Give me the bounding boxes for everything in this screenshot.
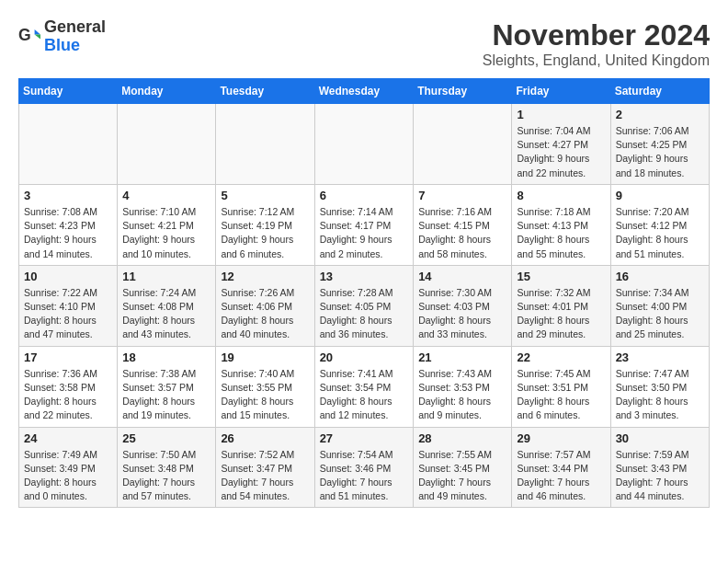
day-info: Sunrise: 7:41 AM Sunset: 3:54 PM Dayligh…: [320, 367, 409, 423]
day-number: 19: [221, 350, 309, 364]
calendar-cell: [314, 104, 414, 185]
day-number: 26: [221, 431, 309, 445]
calendar-cell: 22Sunrise: 7:45 AM Sunset: 3:51 PM Dayli…: [512, 346, 610, 427]
day-number: 25: [122, 431, 210, 445]
day-number: 4: [122, 189, 210, 202]
day-number: 9: [616, 189, 704, 202]
day-number: 21: [418, 350, 506, 364]
calendar-cell: [118, 104, 216, 185]
calendar-cell: 1Sunrise: 7:04 AM Sunset: 4:27 PM Daylig…: [512, 104, 610, 185]
day-number: 16: [616, 270, 704, 283]
day-info: Sunrise: 7:04 AM Sunset: 4:27 PM Dayligh…: [517, 124, 605, 180]
day-number: 6: [320, 189, 409, 202]
calendar-cell: 19Sunrise: 7:40 AM Sunset: 3:55 PM Dayli…: [216, 346, 314, 427]
calendar-cell: [414, 104, 512, 185]
weekday-header-tuesday: Tuesday: [216, 79, 314, 104]
day-number: 29: [517, 431, 605, 445]
day-info: Sunrise: 7:59 AM Sunset: 3:43 PM Dayligh…: [616, 448, 704, 504]
calendar-table: SundayMondayTuesdayWednesdayThursdayFrid…: [18, 78, 710, 508]
weekday-header-monday: Monday: [118, 79, 216, 104]
weekday-header-saturday: Saturday: [610, 79, 709, 104]
calendar-cell: 29Sunrise: 7:57 AM Sunset: 3:44 PM Dayli…: [512, 427, 610, 508]
calendar-cell: 17Sunrise: 7:36 AM Sunset: 3:58 PM Dayli…: [19, 346, 118, 427]
calendar-week-row: 3Sunrise: 7:08 AM Sunset: 4:23 PM Daylig…: [19, 184, 710, 265]
day-info: Sunrise: 7:20 AM Sunset: 4:12 PM Dayligh…: [616, 205, 704, 261]
day-info: Sunrise: 7:12 AM Sunset: 4:19 PM Dayligh…: [221, 205, 309, 261]
day-number: 7: [418, 189, 506, 202]
page-header: G General Blue November 2024 Sleights, E…: [18, 18, 710, 69]
day-info: Sunrise: 7:43 AM Sunset: 3:53 PM Dayligh…: [418, 367, 506, 423]
day-number: 12: [221, 270, 309, 283]
day-number: 1: [517, 108, 605, 121]
day-number: 2: [616, 108, 704, 121]
day-number: 20: [320, 350, 409, 364]
day-info: Sunrise: 7:38 AM Sunset: 3:57 PM Dayligh…: [122, 367, 210, 423]
day-number: 17: [24, 350, 112, 364]
day-number: 3: [24, 189, 112, 202]
day-info: Sunrise: 7:32 AM Sunset: 4:01 PM Dayligh…: [517, 286, 605, 342]
day-info: Sunrise: 7:40 AM Sunset: 3:55 PM Dayligh…: [221, 367, 309, 423]
calendar-cell: 12Sunrise: 7:26 AM Sunset: 4:06 PM Dayli…: [216, 265, 314, 346]
day-info: Sunrise: 7:14 AM Sunset: 4:17 PM Dayligh…: [320, 205, 409, 261]
calendar-cell: 25Sunrise: 7:50 AM Sunset: 3:48 PM Dayli…: [118, 427, 216, 508]
calendar-cell: 26Sunrise: 7:52 AM Sunset: 3:47 PM Dayli…: [216, 427, 314, 508]
calendar-cell: 27Sunrise: 7:54 AM Sunset: 3:46 PM Dayli…: [314, 427, 414, 508]
day-number: 22: [517, 350, 605, 364]
calendar-cell: 4Sunrise: 7:10 AM Sunset: 4:21 PM Daylig…: [118, 184, 216, 265]
day-info: Sunrise: 7:06 AM Sunset: 4:25 PM Dayligh…: [616, 124, 704, 180]
logo-general: General: [44, 18, 106, 37]
day-info: Sunrise: 7:50 AM Sunset: 3:48 PM Dayligh…: [122, 448, 210, 504]
day-number: 5: [221, 189, 309, 202]
calendar-cell: 14Sunrise: 7:30 AM Sunset: 4:03 PM Dayli…: [414, 265, 512, 346]
calendar-cell: 13Sunrise: 7:28 AM Sunset: 4:05 PM Dayli…: [314, 265, 414, 346]
calendar-week-row: 10Sunrise: 7:22 AM Sunset: 4:10 PM Dayli…: [19, 265, 710, 346]
svg-text:G: G: [18, 26, 31, 44]
day-number: 8: [517, 189, 605, 202]
day-info: Sunrise: 7:57 AM Sunset: 3:44 PM Dayligh…: [517, 448, 605, 504]
weekday-header-thursday: Thursday: [414, 79, 512, 104]
svg-marker-2: [35, 34, 40, 39]
calendar-cell: 20Sunrise: 7:41 AM Sunset: 3:54 PM Dayli…: [314, 346, 414, 427]
day-info: Sunrise: 7:47 AM Sunset: 3:50 PM Dayligh…: [616, 367, 704, 423]
calendar-cell: 6Sunrise: 7:14 AM Sunset: 4:17 PM Daylig…: [314, 184, 414, 265]
calendar-cell: [19, 104, 118, 185]
day-number: 23: [616, 350, 704, 364]
calendar-cell: 30Sunrise: 7:59 AM Sunset: 3:43 PM Dayli…: [610, 427, 709, 508]
calendar-week-row: 1Sunrise: 7:04 AM Sunset: 4:27 PM Daylig…: [19, 104, 710, 185]
day-number: 14: [418, 270, 506, 283]
day-number: 24: [24, 431, 112, 445]
day-info: Sunrise: 7:16 AM Sunset: 4:15 PM Dayligh…: [418, 205, 506, 261]
day-number: 10: [24, 270, 112, 283]
calendar-cell: [216, 104, 314, 185]
calendar-cell: 23Sunrise: 7:47 AM Sunset: 3:50 PM Dayli…: [610, 346, 709, 427]
logo-text: General Blue: [44, 18, 106, 55]
calendar-cell: 5Sunrise: 7:12 AM Sunset: 4:19 PM Daylig…: [216, 184, 314, 265]
day-info: Sunrise: 7:26 AM Sunset: 4:06 PM Dayligh…: [221, 286, 309, 342]
logo-icon: G: [18, 26, 40, 48]
calendar-cell: 28Sunrise: 7:55 AM Sunset: 3:45 PM Dayli…: [414, 427, 512, 508]
calendar-cell: 11Sunrise: 7:24 AM Sunset: 4:08 PM Dayli…: [118, 265, 216, 346]
logo-blue: Blue: [44, 37, 106, 55]
title-section: November 2024 Sleights, England, United …: [483, 18, 710, 69]
calendar-week-row: 24Sunrise: 7:49 AM Sunset: 3:49 PM Dayli…: [19, 427, 710, 508]
day-number: 18: [122, 350, 210, 364]
day-info: Sunrise: 7:52 AM Sunset: 3:47 PM Dayligh…: [221, 448, 309, 504]
day-info: Sunrise: 7:24 AM Sunset: 4:08 PM Dayligh…: [122, 286, 210, 342]
calendar-cell: 7Sunrise: 7:16 AM Sunset: 4:15 PM Daylig…: [414, 184, 512, 265]
day-number: 27: [320, 431, 409, 445]
logo: G General Blue: [18, 18, 106, 55]
day-info: Sunrise: 7:08 AM Sunset: 4:23 PM Dayligh…: [24, 205, 112, 261]
day-info: Sunrise: 7:28 AM Sunset: 4:05 PM Dayligh…: [320, 286, 409, 342]
day-info: Sunrise: 7:45 AM Sunset: 3:51 PM Dayligh…: [517, 367, 605, 423]
weekday-header-wednesday: Wednesday: [314, 79, 414, 104]
day-info: Sunrise: 7:34 AM Sunset: 4:00 PM Dayligh…: [616, 286, 704, 342]
day-number: 15: [517, 270, 605, 283]
calendar-cell: 2Sunrise: 7:06 AM Sunset: 4:25 PM Daylig…: [610, 104, 709, 185]
day-info: Sunrise: 7:36 AM Sunset: 3:58 PM Dayligh…: [24, 367, 112, 423]
day-info: Sunrise: 7:22 AM Sunset: 4:10 PM Dayligh…: [24, 286, 112, 342]
month-title: November 2024: [483, 18, 710, 52]
day-number: 13: [320, 270, 409, 283]
calendar-cell: 8Sunrise: 7:18 AM Sunset: 4:13 PM Daylig…: [512, 184, 610, 265]
calendar-header-row: SundayMondayTuesdayWednesdayThursdayFrid…: [19, 79, 710, 104]
calendar-cell: 9Sunrise: 7:20 AM Sunset: 4:12 PM Daylig…: [610, 184, 709, 265]
